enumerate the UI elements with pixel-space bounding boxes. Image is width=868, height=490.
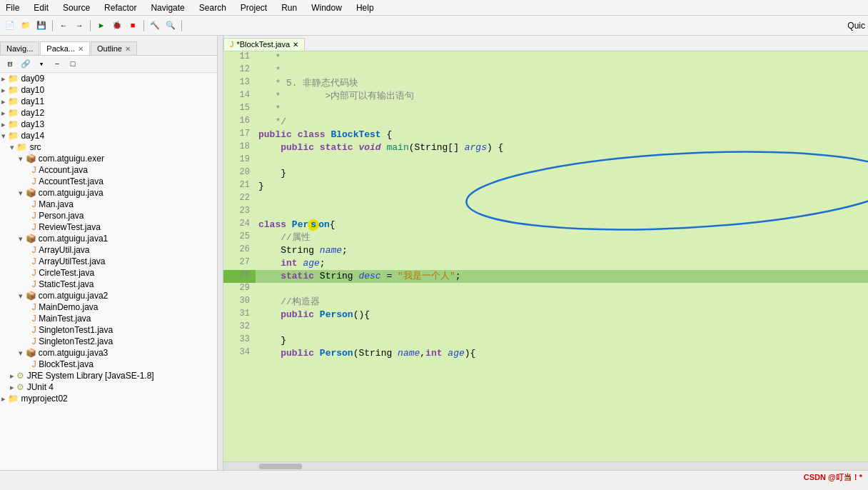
line-content[interactable]: public static void main(String[] args) { <box>256 141 868 154</box>
line-content[interactable]: } <box>256 167 868 180</box>
editor-tab-blocktest[interactable]: J *BlockTest.java ✕ <box>223 38 305 51</box>
menu-file[interactable]: File <box>3 2 22 14</box>
line-content[interactable] <box>256 206 868 219</box>
tree-item[interactable]: ▾ 📦 com.atguigu.exer <box>0 153 217 164</box>
tree-item[interactable]: J ReviewTest.java <box>0 221 217 233</box>
menu-help[interactable]: Help <box>353 2 377 14</box>
editor-tab-close[interactable]: ✕ <box>293 41 298 49</box>
tab-package[interactable]: Packa... ✕ <box>40 41 90 55</box>
tree-item[interactable]: ▸ ⚙ JRE System Library [JavaSE-1.8] <box>0 370 217 381</box>
menu-search[interactable]: Search <box>196 2 229 14</box>
tree-item[interactable]: ▾ 📦 com.atguigu.java1 <box>0 233 217 244</box>
tree-item[interactable]: J BlockTest.java <box>0 359 217 370</box>
tab-package-close[interactable]: ✕ <box>78 45 84 53</box>
tree-item[interactable]: ▸ 📁 day09 <box>0 73 217 84</box>
menu-refactor[interactable]: Refactor <box>101 2 139 14</box>
line-content[interactable]: * <box>256 103 868 116</box>
sidebar-menu[interactable]: ▾ <box>34 57 49 71</box>
tree-item[interactable]: J MainTest.java <box>0 313 217 324</box>
tree-item[interactable]: J ArrayUtil.java <box>0 244 217 256</box>
menu-edit[interactable]: Edit <box>31 2 51 14</box>
tree-item[interactable]: J AccountTest.java <box>0 176 217 187</box>
line-content[interactable]: public Person(String name,int age){ <box>256 347 868 360</box>
table-row: 24class Person{ <box>223 219 868 231</box>
code-editor[interactable]: 11 *12 *13 * 5. 非静态代码块14 * >内部可以有输出语句15 … <box>223 51 868 461</box>
line-content[interactable] <box>256 283 868 296</box>
table-row: 21} <box>223 180 868 193</box>
table-row: 16 */ <box>223 116 868 129</box>
line-content[interactable]: //属性 <box>256 231 868 244</box>
toolbar-run[interactable]: ▶ <box>94 19 108 33</box>
line-content[interactable] <box>256 154 868 167</box>
line-number: 15 <box>223 103 256 116</box>
tab-navigate[interactable]: Navig... <box>0 41 39 55</box>
sidebar-maximize[interactable]: □ <box>66 57 80 71</box>
tree-item[interactable]: ▸ 📁 day12 <box>0 107 217 119</box>
tree-item[interactable]: ▾ 📦 com.atguigu.java3 <box>0 347 217 359</box>
tab-outline-close[interactable]: ✕ <box>125 45 131 53</box>
sidebar-resize-handle[interactable] <box>218 36 223 470</box>
line-content[interactable] <box>256 321 868 334</box>
horizontal-scrollbar-thumb[interactable] <box>259 464 302 469</box>
toolbar: 📄 📁 💾 ← → ▶ 🐞 ■ 🔨 🔍 Quic <box>0 16 868 36</box>
menu-navigate[interactable]: Navigate <box>148 2 187 14</box>
tree-item[interactable]: ▾ 📦 com.atguigu.java <box>0 187 217 199</box>
code-bottom-scrollbar[interactable] <box>223 461 868 470</box>
tree-item[interactable]: ▸ 📁 myproject02 <box>0 393 217 404</box>
line-content[interactable]: static String desc = "我是一个人"; <box>256 270 868 283</box>
line-content[interactable]: int age; <box>256 257 868 270</box>
tree-item[interactable]: ▾ 📦 com.atguigu.java2 <box>0 290 217 301</box>
tree-item[interactable]: J StaticTest.java <box>0 279 217 290</box>
table-row: 14 * >内部可以有输出语句 <box>223 90 868 103</box>
table-row: 18 public static void main(String[] args… <box>223 141 868 154</box>
toolbar-save[interactable]: 💾 <box>34 19 49 33</box>
tree-item[interactable]: J SingletonTest1.java <box>0 324 217 336</box>
toolbar-new[interactable]: 📄 <box>3 19 17 33</box>
tree-item[interactable]: ▾ 📁 day14 <box>0 130 217 141</box>
toolbar-fwd[interactable]: → <box>72 19 86 33</box>
tree-item[interactable]: J CircleTest.java <box>0 267 217 279</box>
line-number: 34 <box>223 347 256 360</box>
toolbar-search[interactable]: 🔍 <box>163 19 178 33</box>
tree-item[interactable]: J Man.java <box>0 199 217 210</box>
tree-item[interactable]: ▸ ⚙ JUnit 4 <box>0 381 217 393</box>
line-content[interactable]: //构造器 <box>256 296 868 309</box>
tree-item[interactable]: J SingletonTest2.java <box>0 336 217 347</box>
line-content[interactable]: */ <box>256 116 868 129</box>
line-content[interactable]: * <box>256 64 868 77</box>
toolbar-debug[interactable]: 🐞 <box>110 19 124 33</box>
toolbar-stop[interactable]: ■ <box>126 19 140 33</box>
line-content[interactable]: * >内部可以有输出语句 <box>256 90 868 103</box>
sidebar-link-editor[interactable]: 🔗 <box>19 57 33 71</box>
toolbar-back[interactable]: ← <box>56 19 71 33</box>
tab-outline[interactable]: Outline ✕ <box>91 41 137 55</box>
code-table: 11 *12 *13 * 5. 非静态代码块14 * >内部可以有输出语句15 … <box>223 51 868 360</box>
tree-item[interactable]: J Account.java <box>0 164 217 176</box>
menu-window[interactable]: Window <box>308 2 345 14</box>
line-content[interactable]: } <box>256 334 868 347</box>
tree-item[interactable]: ▾ 📁 src <box>0 141 217 153</box>
tree-item[interactable]: J MainDemo.java <box>0 301 217 313</box>
line-content[interactable]: * <box>256 51 868 64</box>
line-content[interactable]: public class BlockTest { <box>256 129 868 141</box>
tree-item[interactable]: J Person.java <box>0 210 217 221</box>
menu-project[interactable]: Project <box>238 2 270 14</box>
toolbar-build[interactable]: 🔨 <box>148 19 162 33</box>
tree-item[interactable]: ▸ 📁 day11 <box>0 96 217 107</box>
line-content[interactable]: class Person{ <box>256 219 868 231</box>
menu-run[interactable]: Run <box>278 2 300 14</box>
toolbar-open[interactable]: 📁 <box>19 19 33 33</box>
file-tree[interactable]: ▸ 📁 day09▸ 📁 day10▸ 📁 day11▸ 📁 day12▸ 📁 … <box>0 73 217 470</box>
line-content[interactable]: String name; <box>256 244 868 257</box>
tree-item[interactable]: ▸ 📁 day13 <box>0 119 217 130</box>
line-content[interactable] <box>256 193 868 206</box>
line-content[interactable]: } <box>256 180 868 193</box>
menu-source[interactable]: Source <box>60 2 93 14</box>
line-content[interactable]: * 5. 非静态代码块 <box>256 77 868 90</box>
sidebar-minimize[interactable]: − <box>50 57 64 71</box>
tree-item[interactable]: J ArrayUtilTest.java <box>0 256 217 267</box>
tree-item[interactable]: ▸ 📁 day10 <box>0 84 217 96</box>
sidebar-collapse-all[interactable]: ⊟ <box>3 57 17 71</box>
line-number: 32 <box>223 321 256 334</box>
line-content[interactable]: public Person(){ <box>256 309 868 321</box>
